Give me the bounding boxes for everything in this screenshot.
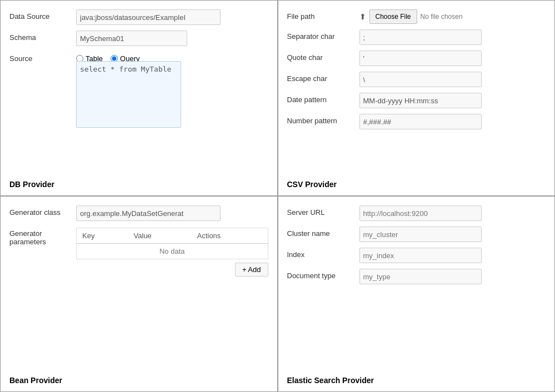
server-url-input[interactable] [359,205,482,221]
index-input[interactable] [359,248,482,263]
no-file-text: No file chosen [421,13,463,21]
generator-params-label: Generator parameters [9,227,76,246]
separator-char-input[interactable] [359,29,482,45]
query-textarea-container: select * from MyTable [76,60,181,129]
quote-char-label: Quote char [287,51,359,62]
col-key: Key [77,228,128,244]
document-type-row: Document type [287,269,546,284]
separator-char-row: Separator char [287,29,546,45]
no-data-row: No data [77,244,268,259]
csv-provider-title: CSV Provider [287,174,546,189]
data-source-row: Data Source [9,9,268,25]
generator-class-row: Generator class [9,205,268,221]
escape-char-label: Escape char [287,72,359,83]
choose-file-button[interactable]: Choose File [369,9,417,24]
file-path-label: File path [287,9,359,21]
server-url-row: Server URL [287,205,546,221]
add-button[interactable]: + Add [235,263,268,277]
source-label: Source [9,52,76,63]
file-path-row: File path ⬆ Choose File No file chosen [287,9,546,24]
number-pattern-row: Number pattern [287,114,546,129]
data-source-label: Data Source [9,9,76,21]
separator-char-label: Separator char [287,29,359,41]
generator-class-label: Generator class [9,205,76,217]
cluster-name-row: Cluster name [287,227,546,242]
document-type-label: Document type [287,269,359,280]
escape-char-row: Escape char [287,72,546,87]
quote-char-input[interactable] [359,51,482,66]
elastic-search-provider-title: Elastic Search Provider [287,370,546,385]
bean-provider-title: Bean Provider [9,370,268,385]
index-row: Index [287,248,546,263]
elastic-search-provider-panel: Server URL Cluster name Index Document t… [278,196,556,392]
generator-params-row: Generator parameters Key Value Actions N… [9,227,268,365]
upload-icon: ⬆ [359,12,366,21]
col-actions: Actions [192,228,268,244]
col-value: Value [128,228,192,244]
data-source-input[interactable] [76,9,221,25]
schema-input[interactable] [76,31,187,46]
csv-provider-panel: File path ⬆ Choose File No file chosen S… [278,0,556,196]
date-pattern-input[interactable] [359,93,482,108]
no-data-cell: No data [77,244,268,259]
bean-provider-panel: Generator class Generator parameters Key… [0,196,278,392]
server-url-label: Server URL [287,205,359,217]
schema-label: Schema [9,31,76,42]
schema-row: Schema [9,31,268,46]
source-row: Source Table Query select * from MyTable [9,52,268,129]
cluster-name-label: Cluster name [287,227,359,238]
file-input-group: ⬆ Choose File No file chosen [359,9,463,24]
cluster-name-input[interactable] [359,227,482,242]
db-provider-title: DB Provider [9,174,268,189]
params-table-container: Key Value Actions No data [76,228,268,259]
generator-class-input[interactable] [76,205,221,221]
date-pattern-label: Date pattern [287,93,359,104]
params-table: Key Value Actions No data [77,228,268,259]
document-type-input[interactable] [359,269,482,284]
date-pattern-row: Date pattern [287,93,546,108]
db-provider-panel: Data Source Schema Source Table Query se… [0,0,278,196]
escape-char-input[interactable] [359,72,482,87]
index-label: Index [287,248,359,259]
query-textarea[interactable]: select * from MyTable [76,61,181,128]
number-pattern-input[interactable] [359,114,482,129]
number-pattern-label: Number pattern [287,114,359,125]
quote-char-row: Quote char [287,51,546,66]
